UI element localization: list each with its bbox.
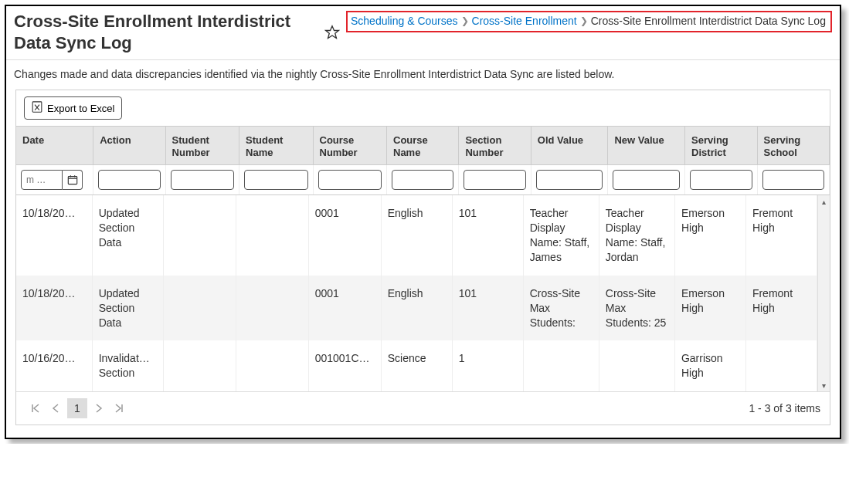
cell-student-number <box>163 195 236 276</box>
table-row[interactable]: 10/16/20…Invalidat… Section001001C…Scien… <box>16 340 817 391</box>
filter-new-value[interactable] <box>613 170 680 190</box>
cell-old-value: Cross-Site Max Students: <box>523 276 599 341</box>
favorite-star-icon[interactable] <box>324 25 340 40</box>
cell-course-name: English <box>381 276 452 341</box>
filter-course-number[interactable] <box>318 170 382 190</box>
table-row[interactable]: 10/18/20…Updated Section Data0001English… <box>16 276 817 341</box>
pager: 1 1 - 3 of 3 items <box>16 391 830 425</box>
title-wrap: Cross-Site Enrollment Interdistrict Data… <box>14 11 340 53</box>
svg-marker-0 <box>326 26 339 39</box>
cell-new-value: Cross-Site Max Students: 25 <box>599 276 674 341</box>
chevron-right-icon: ❯ <box>580 15 588 26</box>
filter-serving-district[interactable] <box>690 170 752 190</box>
filter-date-wrap <box>21 170 88 190</box>
pager-current-page[interactable]: 1 <box>67 398 87 418</box>
filter-student-number[interactable] <box>171 170 234 190</box>
cell-action: Updated Section Data <box>92 195 163 276</box>
export-label: Export to Excel <box>47 103 114 114</box>
col-old-value[interactable]: Old Value <box>531 127 608 165</box>
col-serving-school[interactable]: Serving School <box>757 127 830 165</box>
scroll-up-icon[interactable]: ▴ <box>818 195 830 208</box>
cell-student-number <box>163 276 236 341</box>
cell-old-value <box>523 340 599 391</box>
filter-action[interactable] <box>98 170 160 190</box>
header: Cross-Site Enrollment Interdistrict Data… <box>6 6 840 55</box>
cell-course-number: 001001C… <box>308 340 381 391</box>
filter-student-name[interactable] <box>244 170 307 190</box>
cell-serving-district: Emerson High <box>674 276 745 341</box>
export-to-excel-button[interactable]: Export to Excel <box>24 96 122 120</box>
excel-icon <box>32 101 42 115</box>
breadcrumb-item-current: Cross-Site Enrollment Interdistrict Data… <box>591 15 826 27</box>
cell-serving-school <box>745 340 817 391</box>
chevron-right-icon: ❯ <box>461 15 469 26</box>
grid-toolbar: Export to Excel <box>16 90 830 126</box>
breadcrumb-item-scheduling[interactable]: Scheduling & Courses <box>351 15 458 27</box>
pager-last-icon[interactable] <box>109 398 129 418</box>
col-student-name[interactable]: Student Name <box>239 127 313 165</box>
pager-status: 1 - 3 of 3 items <box>749 402 820 414</box>
cell-section-number: 101 <box>452 276 523 341</box>
cell-course-name: Science <box>381 340 452 391</box>
breadcrumb: Scheduling & Courses ❯ Cross-Site Enroll… <box>346 11 832 32</box>
breadcrumb-item-cross-site[interactable]: Cross-Site Enrollment <box>472 15 577 27</box>
col-date[interactable]: Date <box>16 127 93 165</box>
cell-action: Invalidat… Section <box>92 340 163 391</box>
col-course-number[interactable]: Course Number <box>313 127 386 165</box>
page-title: Cross-Site Enrollment Interdistrict Data… <box>14 11 318 53</box>
cell-student-name <box>236 195 308 276</box>
filter-serving-school[interactable] <box>762 170 825 190</box>
col-student-number[interactable]: Student Number <box>165 127 239 165</box>
cell-section-number: 101 <box>452 195 523 276</box>
filter-section-number[interactable] <box>464 170 525 190</box>
cell-new-value <box>599 340 674 391</box>
cell-student-name <box>236 340 308 391</box>
pager-prev-icon[interactable] <box>46 398 66 418</box>
filter-course-name[interactable] <box>392 170 453 190</box>
page-root: Cross-Site Enrollment Interdistrict Data… <box>5 5 841 439</box>
cell-serving-district: Garrison High <box>674 340 745 391</box>
filter-date-input[interactable] <box>21 170 63 190</box>
cell-student-number <box>163 340 236 391</box>
cell-serving-district: Emerson High <box>674 195 745 276</box>
intro-text: Changes made and data discrepancies iden… <box>6 68 840 90</box>
filter-row <box>16 165 830 195</box>
cell-student-name <box>236 276 308 341</box>
col-section-number[interactable]: Section Number <box>459 127 531 165</box>
cell-old-value: Teacher Display Name: Staff, James <box>523 195 599 276</box>
data-grid: Date Action Student Number Student Name … <box>16 126 830 425</box>
calendar-icon[interactable] <box>63 170 83 190</box>
cell-new-value: Teacher Display Name: Staff, Jordan <box>599 195 674 276</box>
grid-container: Export to Excel Date Action Student Numb… <box>15 90 830 425</box>
pager-first-icon[interactable] <box>25 398 46 418</box>
col-serving-district[interactable]: Serving District <box>685 127 757 165</box>
cell-date: 10/18/20… <box>16 276 92 341</box>
cell-course-number: 0001 <box>308 276 381 341</box>
col-course-name[interactable]: Course Name <box>387 127 459 165</box>
svg-rect-2 <box>68 177 76 184</box>
cell-section-number: 1 <box>452 340 523 391</box>
table-row[interactable]: 10/18/20…Updated Section Data0001English… <box>16 195 817 276</box>
vertical-scrollbar[interactable]: ▴ ▾ <box>817 195 830 391</box>
cell-course-name: English <box>381 195 452 276</box>
cell-course-number: 0001 <box>308 195 381 276</box>
filter-old-value[interactable] <box>536 170 603 190</box>
cell-date: 10/16/20… <box>16 340 92 391</box>
cell-serving-school: Fremont High <box>745 195 817 276</box>
header-row: Date Action Student Number Student Name … <box>16 127 830 165</box>
cell-serving-school: Fremont High <box>745 276 817 341</box>
cell-date: 10/18/20… <box>16 195 92 276</box>
pager-next-icon[interactable] <box>89 398 109 418</box>
divider <box>6 59 840 60</box>
grid-body: 10/18/20…Updated Section Data0001English… <box>16 195 830 391</box>
cell-action: Updated Section Data <box>92 276 163 341</box>
col-action[interactable]: Action <box>93 127 165 165</box>
scroll-down-icon[interactable]: ▾ <box>818 379 830 391</box>
col-new-value[interactable]: New Value <box>608 127 685 165</box>
